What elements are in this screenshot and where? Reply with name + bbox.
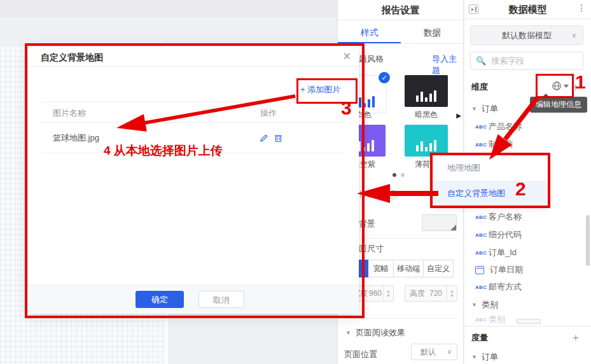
report-settings-title: 报告设置: [338, 0, 463, 20]
field-product-name[interactable]: ABC 产品名称: [475, 121, 522, 132]
theme-label-dark: 暗黑色: [405, 109, 448, 120]
add-measure-button[interactable]: +: [573, 332, 579, 343]
geo-menu: 地理地图 自定义背景地图: [432, 155, 548, 206]
edit-icon[interactable]: [260, 134, 268, 143]
height-stepper[interactable]: ▲▼: [447, 286, 457, 301]
add-dimension-button[interactable]: +: [573, 81, 579, 92]
measure-group-order[interactable]: ▼ 订单: [471, 351, 498, 363]
dimension-group-category[interactable]: ▼ 类别: [471, 299, 498, 311]
tabs-divider: [338, 43, 463, 44]
size-mode-custom[interactable]: 自定义: [424, 260, 454, 277]
field-category-clipped[interactable]: ABC 类别: [475, 314, 505, 325]
caret-down-icon: [564, 85, 569, 88]
chevron-down-icon: ▼: [471, 354, 477, 360]
dialog-footer: 确定 取消: [28, 284, 359, 314]
data-model-select[interactable]: 默认数据模型 ∨: [470, 25, 583, 45]
abc-type-icon: ABC: [475, 284, 489, 290]
width-value: 960: [368, 286, 383, 301]
theme-tile-dark[interactable]: [405, 75, 448, 107]
info-icon: i: [389, 190, 398, 199]
vertical-scrollbar[interactable]: [586, 215, 590, 266]
delete-icon[interactable]: [274, 134, 282, 143]
column-image-name: 图片名称: [53, 102, 86, 123]
chevron-down-icon: ▼: [345, 330, 351, 336]
chevron-down-icon: ▼: [471, 302, 477, 308]
more-menu-icon[interactable]: ⋮: [577, 3, 586, 13]
dimension-label: 维度: [471, 81, 488, 93]
dialog-header-divider: [28, 66, 359, 67]
search-input[interactable]: [490, 55, 575, 66]
page-position-select[interactable]: 默认 ∨: [411, 344, 457, 360]
section-divider: [345, 318, 457, 319]
abc-type-icon: ABC: [475, 142, 489, 148]
carousel-dot-active[interactable]: [393, 173, 396, 177]
bar-chart-icon: [416, 90, 436, 102]
search-icon: 🔍: [476, 56, 486, 66]
page-position-value: 默认: [421, 347, 436, 356]
geo-edit-tooltip: 编辑地理信息: [530, 97, 587, 113]
page-position-label: 页面位置: [344, 349, 377, 360]
bar-chart-icon: [416, 140, 436, 151]
import-theme-link[interactable]: 导入主题: [432, 53, 463, 76]
field-manufacturer[interactable]: ABC 制造商: [475, 139, 513, 150]
abc-type-icon: ABC: [475, 232, 489, 238]
abc-type-icon: ABC: [475, 317, 489, 323]
chevron-down-icon: ▼: [471, 106, 477, 112]
workspace-top-band: [0, 0, 337, 17]
app-window: 报告设置 样式 数据 主题风格 导入主题 ✓ 白色 暗黑色 ▶: [0, 0, 591, 364]
table-row: 篮球地图.jpg: [41, 123, 346, 153]
date-type-icon: [475, 266, 484, 274]
tab-data[interactable]: 数据: [401, 20, 464, 45]
width-stepper[interactable]: ▲▼: [383, 286, 393, 301]
chevron-down-icon: ∨: [447, 344, 452, 360]
theme-tile-mint[interactable]: [405, 125, 448, 157]
dialog-title: 自定义背景地图: [41, 52, 103, 64]
ok-button[interactable]: 确定: [136, 291, 184, 308]
add-image-button[interactable]: + 添加图片: [300, 84, 340, 95]
abc-type-icon: ABC: [475, 214, 489, 220]
theme-carousel-next-icon[interactable]: ▶: [456, 112, 461, 119]
collapse-panel-icon[interactable]: [469, 4, 478, 14]
column-action: 操作: [260, 102, 277, 123]
abc-type-icon: ABC: [475, 250, 489, 256]
section-divider: [345, 238, 457, 239]
background-label: 背景: [359, 218, 375, 230]
custom-background-map-dialog: 自定义背景地图 ✕ + 添加图片 图片名称 操作 篮球地图.jpg: [28, 46, 359, 314]
measure-label: 度量: [471, 332, 488, 344]
background-color-picker[interactable]: [422, 214, 457, 231]
table-header: 图片名称 操作: [41, 102, 346, 123]
tab-style[interactable]: 样式: [338, 20, 401, 45]
field-search[interactable]: 🔍: [470, 52, 583, 70]
size-mode-mobile[interactable]: 移动端: [394, 260, 424, 277]
cancel-button[interactable]: 取消: [198, 291, 244, 308]
image-name-cell: 篮球地图.jpg: [53, 123, 99, 153]
selected-check-icon: ✓: [377, 71, 391, 85]
height-label: 高度: [405, 286, 425, 301]
data-model-title: 数据模型: [464, 0, 591, 19]
carousel-dot[interactable]: [401, 173, 405, 177]
reading-effect-label: 页面阅读效果: [356, 327, 405, 339]
menu-item-custom-background-map[interactable]: 自定义背景地图: [432, 181, 548, 206]
chevron-down-icon: ∨: [572, 26, 576, 45]
close-icon[interactable]: ✕: [343, 50, 351, 62]
dimension-group-order[interactable]: ▼ 订单: [471, 103, 498, 115]
field-ship-mode[interactable]: ABC 邮寄方式: [475, 281, 522, 293]
menu-item-geographic-map[interactable]: 地理地图: [432, 155, 548, 181]
globe-icon: [552, 81, 562, 91]
size-mode-wide[interactable]: 宽幅: [368, 260, 394, 277]
data-model-select-value: 默认数据模型: [502, 31, 552, 40]
height-value: 720: [425, 286, 447, 301]
measure-divider: [464, 326, 591, 326]
field-segment-code[interactable]: ABC 细分代码: [475, 229, 522, 241]
geo-edit-button[interactable]: [552, 81, 569, 91]
horizontal-scrollbar[interactable]: [517, 319, 541, 324]
page-height-input[interactable]: 高度 720 ▲▼: [405, 285, 457, 302]
field-customer-name[interactable]: ABC 客户名称: [475, 211, 522, 223]
field-order-date[interactable]: 订单日期: [475, 264, 523, 276]
reading-effect-section[interactable]: ▼ 页面阅读效果: [345, 327, 405, 339]
abc-type-icon: ABC: [475, 124, 489, 130]
field-order-id[interactable]: ABC 订单_Id: [475, 247, 517, 258]
